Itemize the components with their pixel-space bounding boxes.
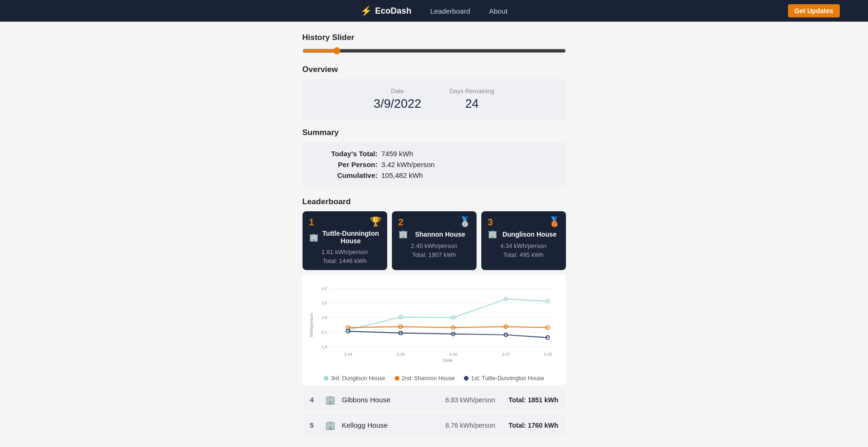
row-5-icon: 🏢	[325, 420, 335, 431]
summary-title: Summary	[303, 128, 566, 137]
trophy-2-icon: 🥈	[459, 216, 471, 227]
card-1-name: Tuttle-Dunnington House	[321, 230, 381, 245]
legend-shannon-label: 2nd: Shannon House	[402, 375, 455, 382]
line-chart: kWh/person 4.2 3.5 2.8 2.1 1.4 2-24 2-25…	[307, 279, 561, 370]
svg-text:1.4: 1.4	[321, 344, 327, 349]
svg-text:Date: Date	[443, 358, 452, 363]
card-2-total: Total: 1907 kWh	[398, 251, 470, 258]
row-5-name: Kellogg House	[342, 421, 423, 429]
summary-cumulative-key: Cumulative:	[317, 171, 378, 179]
card-1-total: Total: 1446 kWh	[309, 257, 381, 264]
summary-row-cumulative: Cumulative: 105,482 kWh	[317, 171, 552, 179]
leaderboard-table: 4 🏢 Gibbons House 6.83 kWh/person Total:…	[303, 389, 566, 436]
row-4-total: Total: 1851 kWh	[502, 396, 558, 404]
legend-tuttle-label: 1st: Tuttle-Dunnington House	[471, 375, 544, 382]
building-2-icon: 🏢	[398, 230, 408, 239]
svg-text:kWh/person: kWh/person	[308, 313, 313, 337]
leaderboard-title: Leaderboard	[303, 197, 566, 207]
history-slider-input[interactable]	[303, 47, 566, 55]
navbar: ⚡ EcoDash Leaderboard About Get Updates	[0, 0, 868, 22]
bolt-icon: ⚡	[360, 5, 372, 16]
svg-text:2-25: 2-25	[396, 352, 405, 357]
chart-area: kWh/person 4.2 3.5 2.8 2.1 1.4 2-24 2-25…	[303, 275, 566, 385]
trophy-3-icon: 🥉	[549, 216, 560, 227]
get-updates-button[interactable]: Get Updates	[788, 4, 840, 17]
history-slider-section: History Slider	[303, 33, 566, 56]
main-content: History Slider Overview Date 3/9/2022 Da…	[293, 22, 575, 447]
building-3-icon: 🏢	[488, 230, 497, 239]
nav-about[interactable]: About	[489, 7, 507, 15]
row-4-kwh: 6.83 kWh/person	[430, 396, 495, 404]
days-value: 24	[449, 96, 494, 111]
leaderboard-cards: 1 🏆 🏢 Tuttle-Dunnington House 1.81 kWh/p…	[303, 211, 566, 270]
date-label: Date	[374, 88, 421, 95]
svg-text:2-27: 2-27	[502, 352, 510, 357]
rank-2: 2	[398, 217, 404, 228]
series-shannon	[348, 327, 547, 327]
days-label: Days Remaining	[449, 88, 494, 95]
card-3-name: Dunglison House	[500, 231, 559, 238]
summary-total-val: 7459 kWh	[382, 150, 414, 158]
table-row-5: 5 🏢 Kellogg House 8.76 kWh/person Total:…	[303, 415, 566, 436]
card-1-kwh: 1.81 kWh/person	[309, 248, 381, 255]
card-3-name-row: 🏢 Dunglison House	[488, 230, 559, 239]
card-2-name: Shannon House	[411, 231, 470, 238]
overview-title: Overview	[303, 65, 566, 74]
overview-box: Date 3/9/2022 Days Remaining 24	[303, 79, 566, 120]
svg-text:2.8: 2.8	[321, 315, 327, 320]
row-5-kwh: 8.76 kWh/person	[430, 422, 495, 429]
summary-cumulative-val: 105,482 kWh	[382, 171, 423, 179]
overview-date: Date 3/9/2022	[374, 88, 421, 111]
card-2-name-row: 🏢 Shannon House	[398, 230, 470, 239]
svg-text:2-24: 2-24	[344, 352, 352, 357]
summary-per-person-val: 3.42 kWh/person	[382, 160, 435, 168]
series-dunglison	[348, 299, 547, 330]
summary-row-total: Today's Total: 7459 kWh	[317, 150, 552, 158]
brand-name: EcoDash	[375, 6, 411, 16]
row-5-total: Total: 1760 kWh	[502, 422, 558, 429]
svg-text:4.2: 4.2	[321, 286, 327, 291]
summary-total-key: Today's Total:	[317, 150, 378, 158]
card-3-kwh: 4.34 kWh/person	[488, 242, 559, 249]
history-slider-title: History Slider	[303, 33, 566, 42]
svg-text:3.5: 3.5	[321, 301, 327, 305]
row-4-rank: 4	[310, 396, 319, 404]
summary-row-per-person: Per Person: 3.42 kWh/person	[317, 160, 552, 168]
summary-box: Today's Total: 7459 kWh Per Person: 3.42…	[303, 142, 566, 187]
legend-tuttle: 1st: Tuttle-Dunnington House	[464, 375, 544, 382]
row-4-icon: 🏢	[325, 395, 335, 405]
card-3-total: Total: 495 kWh	[488, 251, 559, 258]
legend-dunglison: 3rd: Dunglison House	[324, 375, 385, 382]
card-1-name-row: 🏢 Tuttle-Dunnington House	[309, 230, 381, 245]
svg-text:2-28: 2-28	[543, 352, 552, 357]
chart-legend: 3rd: Dunglison House 2nd: Shannon House …	[307, 372, 561, 385]
rank-1: 1	[309, 217, 314, 228]
legend-dunglison-label: 3rd: Dunglison House	[331, 375, 385, 382]
legend-shannon: 2nd: Shannon House	[395, 375, 455, 382]
trophy-1-icon: 🏆	[370, 216, 382, 227]
rank-3: 3	[488, 217, 493, 228]
row-5-rank: 5	[310, 421, 319, 429]
row-4-name: Gibbons House	[342, 396, 423, 404]
svg-text:2-26: 2-26	[449, 352, 457, 357]
overview-days: Days Remaining 24	[449, 88, 494, 111]
leaderboard-card-3: 3 🥉 🏢 Dunglison House 4.34 kWh/person To…	[481, 211, 566, 270]
brand: ⚡ EcoDash	[360, 5, 411, 16]
table-row-4: 4 🏢 Gibbons House 6.83 kWh/person Total:…	[303, 389, 566, 411]
leaderboard-card-1: 1 🏆 🏢 Tuttle-Dunnington House 1.81 kWh/p…	[303, 211, 387, 270]
nav-leaderboard[interactable]: Leaderboard	[430, 7, 470, 15]
leaderboard-card-2: 2 🥈 🏢 Shannon House 2.40 kWh/person Tota…	[392, 211, 477, 270]
summary-per-person-key: Per Person:	[317, 160, 378, 168]
svg-text:2.1: 2.1	[321, 330, 327, 335]
date-value: 3/9/2022	[374, 96, 421, 111]
card-2-kwh: 2.40 kWh/person	[398, 242, 470, 249]
building-1-icon: 🏢	[309, 233, 319, 242]
